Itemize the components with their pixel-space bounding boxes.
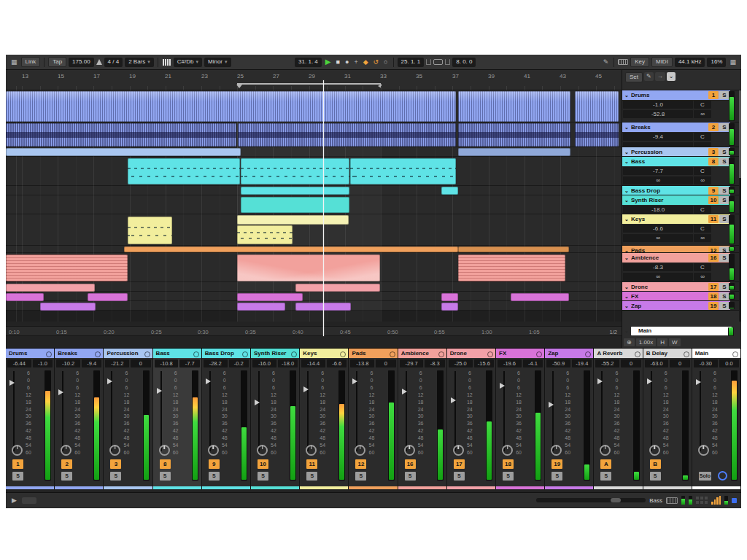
send-a-value[interactable]: ∞ (623, 234, 693, 242)
volume-value[interactable]: -1.0 (33, 359, 53, 368)
arrangement-clip[interactable] (237, 225, 293, 244)
arrangement-clip[interactable] (128, 217, 172, 244)
arrangement-clip[interactable] (241, 187, 349, 195)
solo-button[interactable]: S (719, 254, 729, 262)
computer-midi-keyboard-icon[interactable] (618, 59, 628, 65)
track-name[interactable]: Bass (631, 158, 708, 165)
track-pan-value[interactable]: C (694, 133, 711, 141)
solo-button[interactable]: S (719, 148, 729, 156)
tap-tempo-button[interactable]: Tap (48, 57, 66, 67)
volume-value[interactable]: 0 (670, 359, 689, 368)
solo-button[interactable]: S (719, 158, 729, 166)
arrangement-clip[interactable] (458, 91, 570, 122)
stop-button[interactable]: ■ (335, 58, 341, 66)
set-locator-button[interactable]: Set (625, 72, 643, 82)
solo-button[interactable]: S (355, 472, 366, 481)
fader-handle[interactable] (9, 380, 15, 386)
track-pan-value[interactable]: C (694, 263, 711, 271)
pan-knob[interactable] (109, 445, 120, 456)
solo-button[interactable]: S (209, 472, 220, 481)
zoom-width-button[interactable]: W (669, 338, 681, 346)
solo-button[interactable]: S (650, 472, 661, 481)
arrangement-clip[interactable] (6, 284, 95, 292)
track-number-badge[interactable]: 18 (503, 459, 514, 469)
channel-header[interactable]: Bass (153, 349, 201, 358)
fold-track-icon[interactable]: ⌄ (623, 217, 630, 222)
pan-knob[interactable] (306, 445, 317, 456)
track-header[interactable]: ⌄ Ambience 16 S -8.3 C ∞ ∞ (622, 253, 739, 282)
draw-mode-icon[interactable]: ✎ (602, 58, 611, 66)
channel-header[interactable]: Ambience (398, 349, 446, 358)
track-header[interactable]: ⌄ Bass 8 S -7.7 C ∞ ∞ (622, 157, 739, 186)
track-name[interactable]: FX (631, 293, 708, 300)
fader-slot[interactable] (406, 371, 407, 451)
peak-level-value[interactable]: -13.8 (350, 359, 374, 368)
track-number-badge[interactable]: 17 (454, 459, 465, 469)
arrangement-clip[interactable] (350, 158, 456, 184)
arrangement-clip[interactable] (241, 197, 349, 213)
channel-header[interactable]: Zap (545, 349, 593, 358)
solo-button[interactable]: S (719, 196, 729, 204)
track-header[interactable]: ⌄ Bass Drop 9 S (622, 186, 739, 195)
track-header[interactable]: ⌄ Drums 1 S -1.0 C -52.8 ∞ (622, 90, 739, 122)
fader-slot[interactable] (160, 371, 162, 451)
solo-button[interactable]: S (719, 283, 729, 291)
punch-out-icon[interactable] (445, 59, 450, 65)
track-pan-value[interactable]: C (694, 206, 711, 214)
pan-knob[interactable] (551, 445, 562, 456)
play-from-start-icon[interactable]: ▶ (10, 497, 18, 505)
pan-knob[interactable] (12, 445, 23, 456)
fader-slot[interactable] (454, 371, 456, 451)
track-name[interactable]: Drone (631, 284, 708, 290)
peak-level-value[interactable]: -55.2 (595, 359, 619, 368)
arrangement-clip[interactable] (6, 254, 128, 281)
track-number-badge[interactable]: 19 (708, 302, 719, 310)
track-number-badge[interactable]: 17 (708, 283, 719, 291)
send-b-value[interactable]: ∞ (694, 110, 711, 118)
follow-icon[interactable]: → (655, 72, 665, 81)
track-number-badge[interactable]: 2 (708, 123, 719, 131)
peak-level-value[interactable]: -19.6 (498, 359, 522, 368)
fold-track-icon[interactable]: ⌄ (623, 294, 630, 300)
loop-brace[interactable] (237, 83, 381, 87)
pan-knob[interactable] (208, 445, 219, 456)
solo-button[interactable]: S (110, 472, 121, 481)
fader-handle[interactable] (402, 389, 407, 394)
fold-track-icon[interactable]: ⌄ (623, 159, 630, 165)
channel-header[interactable]: Synth Riser (251, 349, 299, 358)
arrangement-clip[interactable] (88, 293, 128, 301)
volume-value[interactable]: -7.7 (179, 359, 199, 368)
track-number-badge[interactable]: 8 (708, 158, 719, 166)
arrangement-clip[interactable] (511, 293, 569, 301)
channel-header[interactable]: Bass Drop (202, 349, 250, 358)
channel-header[interactable]: Drone (447, 349, 495, 358)
arrangement-clip[interactable] (6, 91, 456, 122)
solo-button[interactable]: S (160, 472, 171, 481)
arrangement-clip[interactable] (128, 158, 240, 184)
play-button[interactable]: ▶ (324, 58, 333, 66)
fader-handle[interactable] (303, 386, 309, 392)
track-name[interactable]: Keys (631, 216, 708, 222)
track-volume-value[interactable]: -9.4 (623, 133, 693, 141)
fader-handle[interactable] (696, 379, 701, 385)
track-name[interactable]: Synth Riser (631, 197, 708, 203)
send-b-value[interactable]: ∞ (694, 234, 711, 242)
peak-level-value[interactable]: -6.44 (7, 359, 31, 368)
channel-header[interactable]: A Reverb (594, 349, 642, 358)
track-header[interactable]: ⌄ Zap 19 S (622, 301, 739, 311)
time-signature-value[interactable]: 4 / 4 (104, 58, 123, 67)
solo-button[interactable]: S (551, 472, 562, 481)
volume-value[interactable]: 0 (621, 359, 640, 368)
track-header[interactable]: ⌄ Synth Riser 10 S -18.0 C (622, 195, 739, 214)
fader-handle[interactable] (549, 402, 554, 408)
track-number-badge[interactable]: 1 (12, 459, 23, 469)
volume-value[interactable]: -19.4 (572, 359, 592, 368)
fader-handle[interactable] (500, 383, 505, 389)
sections-icon[interactable]: ▦ (9, 58, 19, 66)
track-pan-value[interactable]: C (694, 167, 711, 175)
fold-track-icon[interactable]: ⌄ (623, 284, 630, 290)
solo-button[interactable]: S (61, 472, 72, 481)
pan-knob[interactable] (600, 445, 611, 456)
fold-track-icon[interactable]: ⌄ (623, 248, 630, 254)
fold-track-icon[interactable]: ⌄ (623, 303, 630, 309)
